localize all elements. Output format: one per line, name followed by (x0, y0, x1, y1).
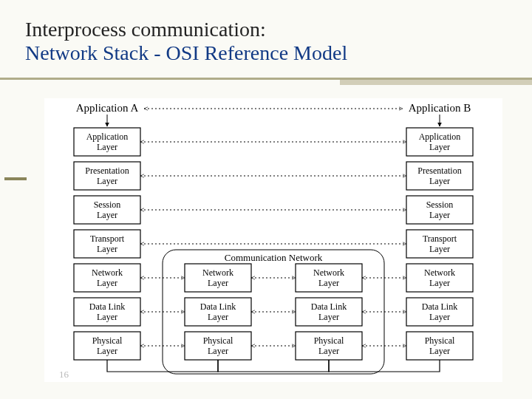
svg-text:Layer: Layer (208, 278, 228, 288)
svg-text:Presentation: Presentation (417, 166, 461, 176)
svg-text:Network: Network (202, 267, 233, 278)
svg-text:Layer: Layer (429, 210, 450, 220)
left-accent-bar (4, 177, 27, 180)
router-stack-2: NetworkLayer Data LinkLayer PhysicalLaye… (296, 264, 362, 360)
title-underline-shadow (340, 80, 532, 85)
left-stack: ApplicationLayer PresentationLayer Sessi… (74, 128, 140, 360)
svg-text:Layer: Layer (208, 346, 228, 356)
svg-text:Application: Application (86, 132, 129, 142)
title-line-1: Interprocess communication: (25, 18, 498, 41)
svg-text:Layer: Layer (429, 142, 450, 152)
peer-arrows-lower (140, 278, 406, 346)
svg-text:Layer: Layer (429, 312, 450, 322)
svg-text:Layer: Layer (97, 346, 117, 356)
title-line-2: Network Stack - OSI Reference Model (25, 41, 498, 65)
svg-text:Layer: Layer (97, 244, 117, 254)
svg-text:Layer: Layer (429, 244, 450, 254)
svg-text:Session: Session (94, 200, 121, 210)
svg-text:Layer: Layer (318, 312, 339, 322)
right-stack: ApplicationLayer PresentationLayer Sessi… (406, 128, 473, 360)
endpoint-a-label: Application A (76, 102, 139, 114)
svg-text:Network: Network (313, 267, 344, 278)
svg-text:Data Link: Data Link (422, 301, 457, 312)
svg-text:Physical: Physical (425, 335, 455, 346)
endpoint-b-label: Application B (409, 102, 471, 114)
svg-text:Layer: Layer (97, 278, 117, 288)
svg-text:Data Link: Data Link (89, 301, 125, 312)
svg-text:Layer: Layer (97, 312, 117, 322)
svg-text:Layer: Layer (429, 176, 450, 186)
svg-text:Layer: Layer (97, 210, 117, 220)
svg-text:Physical: Physical (203, 335, 233, 346)
svg-text:Layer: Layer (318, 346, 339, 356)
svg-text:Layer: Layer (97, 176, 117, 186)
page-number: 16 (59, 369, 69, 380)
svg-text:Layer: Layer (429, 278, 450, 288)
slide-title: Interprocess communication: Network Stac… (25, 18, 498, 65)
svg-text:Network: Network (92, 267, 123, 278)
peer-arrows-upper (140, 142, 406, 244)
svg-text:Network: Network (424, 267, 455, 278)
svg-text:Session: Session (426, 200, 454, 210)
svg-text:Layer: Layer (97, 142, 117, 152)
comm-network-label: Communication Network (225, 252, 323, 263)
svg-text:Layer: Layer (318, 278, 339, 288)
svg-text:Physical: Physical (314, 335, 344, 346)
physical-link (107, 360, 440, 372)
svg-text:Presentation: Presentation (85, 166, 129, 176)
svg-text:Layer: Layer (208, 312, 228, 322)
svg-text:Application: Application (419, 132, 461, 142)
svg-text:Physical: Physical (92, 335, 123, 346)
svg-text:Transport: Transport (423, 233, 457, 244)
svg-text:Layer: Layer (429, 346, 450, 356)
osi-diagram: Application A Application B Communicatio… (44, 98, 502, 382)
svg-text:Transport: Transport (90, 233, 125, 244)
svg-text:Data Link: Data Link (311, 301, 347, 312)
svg-text:Data Link: Data Link (200, 301, 236, 312)
router-stack-1: NetworkLayer Data LinkLayer PhysicalLaye… (185, 264, 251, 360)
